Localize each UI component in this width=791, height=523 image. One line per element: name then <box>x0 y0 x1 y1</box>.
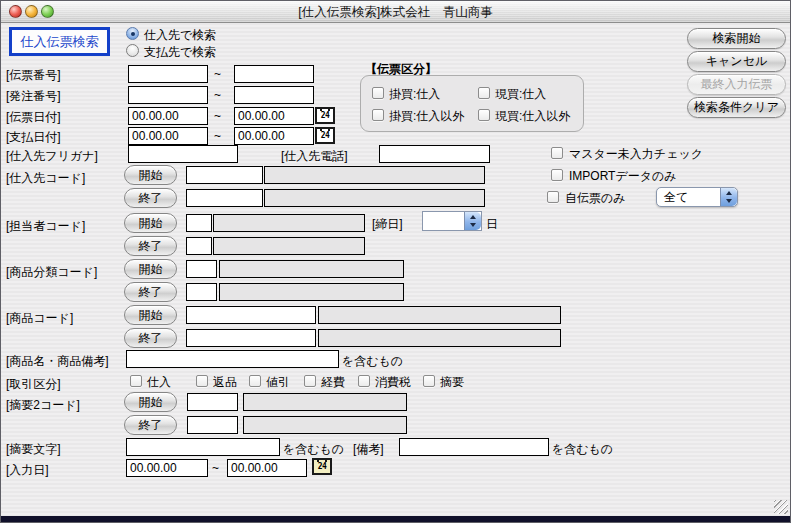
slip-date-from-input[interactable] <box>128 107 208 125</box>
summary2-end-input[interactable] <box>187 416 238 434</box>
radio-search-by-payee[interactable] <box>126 44 139 57</box>
supplier-code-start-input[interactable] <box>186 166 263 184</box>
resize-grip[interactable] <box>774 500 788 514</box>
product-category-start-input[interactable] <box>186 260 217 278</box>
product-code-start-name-display <box>318 306 561 324</box>
closing-day-stepper-icon[interactable] <box>464 212 481 230</box>
product-category-end-name-display <box>219 283 404 301</box>
checkbox-genkai-shiire[interactable] <box>478 87 490 99</box>
order-number-from-input[interactable] <box>128 86 208 104</box>
summary2-start-input[interactable] <box>187 393 238 411</box>
checkbox-label: 返品 <box>213 374 237 391</box>
contains-label: を含むもの <box>283 441 344 458</box>
checkbox-kakegai-shiire[interactable] <box>372 87 384 99</box>
checkbox-genkai-other[interactable] <box>478 109 490 121</box>
range-tilde: ~ <box>214 129 221 143</box>
slip-number-from-input[interactable] <box>128 65 208 83</box>
purchase-slip-search-window: [仕入伝票検索]株式会社 青山商事 仕入伝票検索 仕入先で検索 支払先で検索 検… <box>0 0 791 523</box>
product-category-start-button[interactable]: 開始 <box>124 259 177 279</box>
contains-label: を含むもの <box>342 353 403 370</box>
payment-date-to-input[interactable] <box>234 127 314 145</box>
staff-code-end-button[interactable]: 終了 <box>124 236 177 256</box>
clear-conditions-button[interactable]: 検索条件クリア <box>687 97 786 118</box>
checkbox-label: 現買:仕入以外 <box>495 108 570 125</box>
slip-date-to-input[interactable] <box>234 107 314 125</box>
product-code-end-button[interactable]: 終了 <box>124 328 177 348</box>
product-category-code-label: [商品分類コード] <box>6 264 97 281</box>
supplier-phone-input[interactable] <box>379 145 490 163</box>
checkbox-master-unentered[interactable] <box>551 147 563 159</box>
search-start-button[interactable]: 検索開始 <box>687 28 786 49</box>
staff-code-start-button[interactable]: 開始 <box>124 213 177 233</box>
checkbox-return[interactable] <box>196 375 208 387</box>
checkbox-label: 経費 <box>321 374 345 391</box>
staff-code-end-input[interactable] <box>186 237 212 255</box>
radio-label-payee: 支払先で検索 <box>144 44 216 61</box>
checkbox-expense[interactable] <box>304 375 316 387</box>
radio-label-supplier: 仕入先で検索 <box>144 27 216 44</box>
summary2-start-name-display <box>243 393 407 411</box>
remarks-label: [備考] <box>353 441 384 458</box>
checkbox-label: 消費税 <box>375 374 411 391</box>
window-title: [仕入伝票検索]株式会社 青山商事 <box>1 4 790 21</box>
order-number-to-input[interactable] <box>234 86 314 104</box>
checkbox-label: 掛買:仕入 <box>389 86 440 103</box>
product-category-end-input[interactable] <box>186 283 217 301</box>
summary2-end-button[interactable]: 終了 <box>124 415 177 435</box>
supplier-code-start-button[interactable]: 開始 <box>124 165 177 185</box>
calendar-icon[interactable]: 24 <box>315 107 335 124</box>
input-date-from-input[interactable] <box>126 459 208 477</box>
checkbox-own-slips-only[interactable] <box>547 191 559 203</box>
product-code-end-input[interactable] <box>186 329 316 347</box>
contains-label: を含むもの <box>552 441 613 458</box>
slip-date-label: [伝票日付] <box>6 109 61 126</box>
supplier-furigana-input[interactable] <box>128 145 238 163</box>
checkbox-label: IMPORTデータのみ <box>569 168 677 185</box>
title-bar[interactable]: [仕入伝票検索]株式会社 青山商事 <box>1 1 790 23</box>
radio-search-by-supplier[interactable] <box>126 27 139 40</box>
range-tilde: ~ <box>212 461 219 475</box>
checkbox-kakegai-other[interactable] <box>372 109 384 121</box>
checkbox-label: 掛買:仕入以外 <box>389 108 464 125</box>
checkbox-label: マスター未入力チェック <box>569 146 703 163</box>
calendar-icon-text: 24 <box>317 109 333 122</box>
transaction-category-label: [取引区分] <box>6 376 61 393</box>
summary2-start-button[interactable]: 開始 <box>124 392 177 412</box>
supplier-code-start-name-display <box>264 166 485 184</box>
range-tilde: ~ <box>214 109 221 123</box>
cancel-button[interactable]: キャンセル <box>687 51 786 72</box>
calendar-icon-text: 24 <box>314 460 330 473</box>
calendar-icon[interactable]: 24 <box>312 458 332 475</box>
closing-day-label: [締日] <box>372 216 403 233</box>
range-tilde: ~ <box>214 67 221 81</box>
product-code-start-button[interactable]: 開始 <box>124 305 177 325</box>
slip-number-to-input[interactable] <box>234 65 314 83</box>
calendar-icon[interactable]: 24 <box>315 127 335 144</box>
closing-day-combo[interactable] <box>422 211 482 231</box>
range-tilde: ~ <box>214 88 221 102</box>
checkbox-tax[interactable] <box>358 375 370 387</box>
supplier-code-end-button[interactable]: 終了 <box>124 188 177 208</box>
window-bottom-edge <box>1 516 790 522</box>
staff-code-label: [担当者コード] <box>6 218 85 235</box>
checkbox-discount[interactable] <box>249 375 261 387</box>
product-category-end-button[interactable]: 終了 <box>124 282 177 302</box>
dropdown-stepper-icon[interactable] <box>720 188 737 206</box>
checkbox-import-only[interactable] <box>551 169 563 181</box>
product-name-label: [商品名・商品備考] <box>6 353 109 370</box>
product-name-input[interactable] <box>126 350 339 368</box>
supplier-code-end-input[interactable] <box>186 189 263 207</box>
product-code-start-input[interactable] <box>186 306 316 324</box>
summary-text-input[interactable] <box>126 438 280 456</box>
checkbox-summary[interactable] <box>423 375 435 387</box>
supplier-furigana-label: [仕入先フリガナ] <box>6 148 98 165</box>
input-date-to-input[interactable] <box>227 459 307 477</box>
checkbox-purchase[interactable] <box>130 375 142 387</box>
calendar-icon-text: 24 <box>317 129 333 142</box>
staff-code-start-input[interactable] <box>186 214 212 232</box>
payment-date-from-input[interactable] <box>128 127 208 145</box>
remarks-input[interactable] <box>399 438 549 456</box>
input-date-label: [入力日] <box>6 462 49 479</box>
screen-title-badge: 仕入伝票検索 <box>9 27 110 56</box>
own-slip-filter-dropdown[interactable]: 全て <box>656 187 738 207</box>
